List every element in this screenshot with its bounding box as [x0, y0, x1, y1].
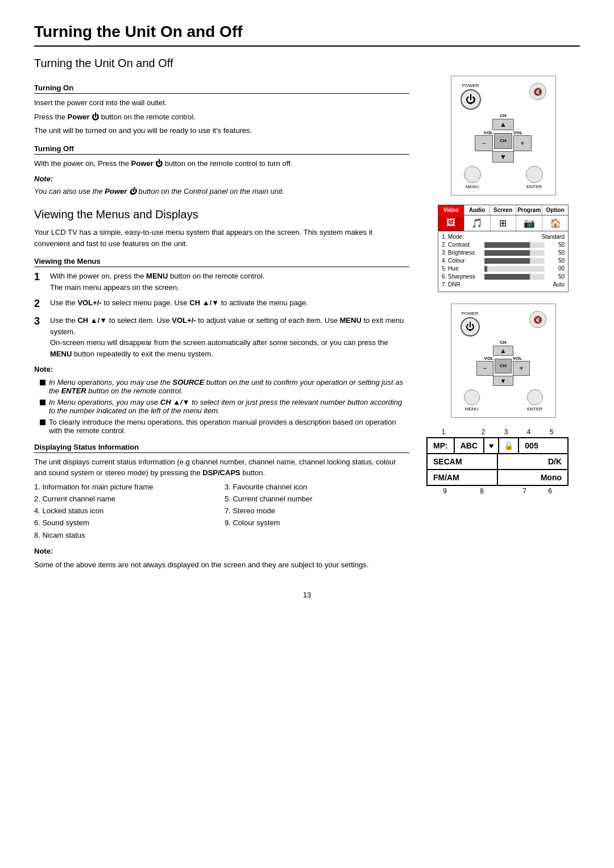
remote2-top-row: POWER ⏻ 🔇	[460, 311, 546, 337]
turning-on-line3: The unit will be turned on and you will …	[34, 125, 409, 136]
tab-screen[interactable]: Screen	[490, 205, 516, 215]
menu-item-hue: 5. Hue 00	[442, 265, 565, 272]
tab-option[interactable]: Option	[542, 205, 568, 215]
bullet-text-1: In Menu operations, you may use the SOUR…	[49, 378, 409, 395]
icon-audio: 🎵	[464, 215, 491, 231]
hue-label: 5. Hue	[442, 265, 482, 272]
ch-label-top: CH	[500, 113, 507, 118]
menu-item-mode: 1. Mode: Standard	[442, 234, 565, 240]
power-label: POWER	[462, 83, 479, 88]
status-col-1: 1. Information for main picture frame 2.…	[34, 482, 219, 542]
status-numbers-top: 1 2 3 4 5	[426, 427, 569, 437]
step-1-text: With the power on, press the MENU button…	[50, 271, 409, 293]
turning-off-note-label: Note:	[34, 173, 409, 185]
ch-down-button[interactable]: ▼	[492, 151, 514, 163]
menu-tabs-row: Video Audio Screen Program Option	[438, 205, 568, 215]
remote2-menu-label: MENU	[465, 406, 479, 412]
ch-center-label: CH	[494, 133, 512, 149]
remote2-power-label: POWER	[461, 311, 478, 316]
turning-off-heading: Turning Off	[34, 144, 409, 155]
status-note-label: Note:	[34, 546, 409, 557]
vol-minus-button[interactable]: −	[475, 135, 493, 151]
sharpness-value: 50	[547, 273, 565, 280]
status-main-box: MP: ABC ♥ 🔒 005 SECAM D/K FM/AM Mono	[426, 437, 569, 486]
status-num-6: 6	[548, 487, 552, 495]
dpad-mid: VOL − CH VOL +	[475, 130, 532, 151]
bullet-icon-2	[40, 400, 45, 405]
remote2-vol-plus[interactable]: +	[513, 361, 530, 376]
status-num-1: 1	[442, 428, 446, 436]
status-item-9: 9. Colour system	[225, 518, 409, 528]
menu-area: MENU	[464, 166, 481, 189]
remote2-vol-label-left: VOL	[484, 356, 493, 361]
status-mp: MP:	[428, 438, 455, 453]
remote2-ch-up[interactable]: ▲	[493, 346, 513, 356]
turning-off-note-text: You can also use the Power ⏻ button on t…	[34, 186, 409, 197]
status-text: The unit displays current status informa…	[34, 456, 409, 479]
turning-on-line2: Press the Power ⏻ button on the remote c…	[34, 111, 409, 123]
bullet-item-2: In Menu operations, you may use CH ▲/▼ t…	[40, 398, 409, 415]
mute-button[interactable]: 🔇	[529, 83, 546, 100]
remote2-menu-area: MENU	[464, 389, 480, 412]
status-secam: SECAM	[428, 454, 498, 469]
vol-plus-button[interactable]: +	[513, 135, 532, 151]
status-col-2: 3. Favourite channel icon 5. Current cha…	[225, 482, 409, 542]
remote2-power-area: POWER ⏻	[460, 311, 480, 337]
mode-value: Standard	[541, 234, 565, 240]
power-button[interactable]: ⏻	[460, 89, 481, 110]
sharpness-bar	[484, 274, 545, 280]
remote2-ch-down[interactable]: ▼	[493, 376, 513, 386]
remote2-vol-left: VOL −	[476, 356, 493, 376]
status-row-3: FM/AM Mono	[428, 470, 567, 485]
remote2-menu-button[interactable]	[464, 389, 480, 405]
bullet-item-1: In Menu operations, you may use the SOUR…	[40, 378, 409, 395]
colour-bar	[484, 258, 545, 264]
step-2: 2 Use the VOL+/- to select menu page. Us…	[34, 297, 409, 310]
remote2-power-button[interactable]: ⏻	[460, 317, 480, 337]
remote-1: POWER ⏻ 🔇 CH ▲ VOL −	[451, 76, 556, 196]
viewing-menus-heading: Viewing the Menus	[34, 257, 409, 267]
remote2-vol-right: VOL +	[513, 356, 530, 376]
menu-item-brightness: 3. Brightness 50	[442, 250, 565, 256]
remote2-enter-area: ENTER	[527, 389, 543, 412]
tab-program[interactable]: Program	[516, 205, 542, 215]
ch-up-button[interactable]: ▲	[492, 119, 514, 130]
vol-label-right: VOL	[513, 130, 522, 135]
remote2-vol-minus[interactable]: −	[476, 361, 493, 376]
icon-program: 📷	[516, 215, 542, 231]
status-item-4: 4. Locked status icon	[34, 506, 219, 516]
colour-value: 50	[547, 258, 565, 264]
remote2-enter-button[interactable]	[527, 389, 543, 405]
status-num-5: 5	[550, 428, 554, 436]
contrast-label: 2. Contrast	[442, 242, 482, 248]
status-item-8: 8. Nicam status	[34, 530, 219, 541]
step-1-number: 1	[34, 271, 44, 293]
status-item-7: 7. Stereo mode	[225, 506, 409, 516]
bullet-icon-3	[40, 420, 45, 425]
tab-video[interactable]: Video	[438, 205, 464, 215]
dnr-value: Auto	[547, 281, 565, 288]
tab-audio[interactable]: Audio	[464, 205, 491, 215]
vol-left-area: VOL −	[475, 130, 493, 151]
vol-label-left: VOL	[484, 130, 493, 135]
step-3-number: 3	[34, 315, 44, 359]
remote1-dpad: CH ▲ VOL − CH VOL + ▼	[460, 113, 546, 163]
status-mono: Mono	[498, 470, 567, 485]
turning-on-heading: Turning On	[34, 84, 409, 94]
status-item-6: 6. Sound system	[34, 518, 219, 528]
status-lock: 🔒	[499, 438, 519, 453]
status-items-list: 1. Information for main picture frame 2.…	[34, 482, 409, 542]
menu-button[interactable]	[464, 166, 481, 183]
page-title: Turning the Unit On and Off	[34, 23, 580, 47]
bullet-text-2: In Menu operations, you may use CH ▲/▼ t…	[49, 398, 409, 415]
bullet-icon-1	[40, 380, 45, 385]
menu-label: MENU	[466, 184, 479, 189]
remote2-mute-button[interactable]: 🔇	[529, 311, 546, 328]
remote-1-container: POWER ⏻ 🔇 CH ▲ VOL −	[426, 76, 580, 196]
icon-video: 🖼	[438, 215, 464, 231]
contrast-value: 50	[547, 242, 565, 248]
enter-button[interactable]	[526, 166, 543, 183]
right-column: POWER ⏻ 🔇 CH ▲ VOL −	[426, 76, 580, 574]
enter-area: ENTER	[526, 166, 543, 189]
status-item-1: 1. Information for main picture frame	[34, 482, 219, 492]
